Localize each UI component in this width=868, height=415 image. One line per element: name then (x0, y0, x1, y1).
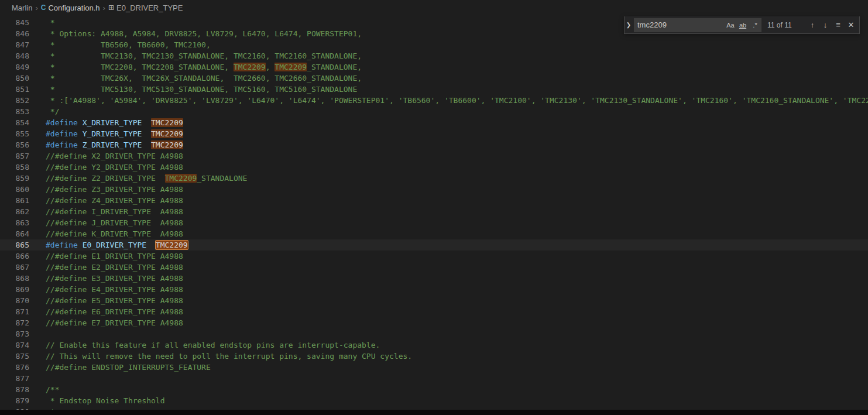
line-number[interactable]: 865 (0, 239, 29, 251)
breadcrumb-item-e0-driver-type[interactable]: E0_DRIVER_TYPE (116, 4, 183, 12)
code-text[interactable]: #define X_DRIVER_TYPE TMC2209 (29, 117, 183, 128)
line-number[interactable]: 845 (0, 17, 29, 28)
line-number[interactable]: 850 (0, 73, 29, 84)
line-number[interactable]: 849 (0, 61, 29, 73)
line-number[interactable]: 848 (0, 50, 29, 61)
close-icon[interactable]: ✕ (845, 19, 857, 32)
code-text[interactable]: * Endstop Noise Threshold (29, 395, 165, 406)
code-line[interactable]: 876//#define ENDSTOP_INTERRUPTS_FEATURE (0, 362, 868, 373)
code-line[interactable]: 865#define E0_DRIVER_TYPE TMC2209 (0, 239, 868, 251)
line-number[interactable]: 852 (0, 95, 29, 106)
code-text[interactable]: //#define E5_DRIVER_TYPE A4988 (29, 295, 183, 306)
code-line[interactable]: 861//#define Z4_DRIVER_TYPE A4988 (0, 195, 868, 206)
breadcrumb-item-configuration-h[interactable]: Configuration.h (48, 4, 100, 12)
code-line[interactable]: 850 * TMC26X, TMC26X_STANDALONE, TMC2660… (0, 73, 868, 84)
code-line[interactable]: 858//#define Y2_DRIVER_TYPE A4988 (0, 162, 868, 173)
code-text[interactable]: * TMC2130, TMC2130_STANDALONE, TMC2160, … (29, 50, 362, 61)
line-number[interactable]: 855 (0, 128, 29, 139)
code-line[interactable]: 859//#define Z2_DRIVER_TYPE TMC2209_STAN… (0, 173, 868, 184)
code-line[interactable]: 866//#define E1_DRIVER_TYPE A4988 (0, 251, 868, 262)
code-line[interactable]: 852 * :['A4988', 'A5984', 'DRV8825', 'LV… (0, 95, 868, 106)
line-number[interactable]: 858 (0, 162, 29, 173)
code-text[interactable]: //#define E4_DRIVER_TYPE A4988 (29, 284, 183, 295)
code-line[interactable]: 860//#define Z3_DRIVER_TYPE A4988 (0, 184, 868, 195)
find-input[interactable]: tmc2209 Aa ab .* (634, 18, 761, 32)
code-line[interactable]: 862//#define I_DRIVER_TYPE A4988 (0, 206, 868, 217)
line-number[interactable]: 859 (0, 173, 29, 184)
code-line[interactable]: 855#define Y_DRIVER_TYPE TMC2209 (0, 128, 868, 139)
code-line[interactable]: 872//#define E7_DRIVER_TYPE A4988 (0, 317, 868, 328)
code-line[interactable]: 874// Enable this feature if all enabled… (0, 339, 868, 351)
code-line[interactable]: 847 * TB6560, TB6600, TMC2100, (0, 39, 868, 50)
line-number[interactable]: 863 (0, 217, 29, 228)
code-line[interactable]: 853 */ (0, 106, 868, 117)
code-line[interactable]: 873 (0, 328, 868, 339)
code-text[interactable]: //#define E3_DRIVER_TYPE A4988 (29, 273, 183, 284)
line-number[interactable]: 869 (0, 284, 29, 295)
code-text[interactable]: //#define E1_DRIVER_TYPE A4988 (29, 251, 183, 262)
line-number[interactable]: 876 (0, 362, 29, 373)
code-text[interactable]: // This will remove the need to poll the… (29, 351, 412, 362)
code-text[interactable]: #define Z_DRIVER_TYPE TMC2209 (29, 139, 183, 150)
code-text[interactable]: /** (29, 384, 59, 395)
line-number[interactable]: 877 (0, 373, 29, 384)
horizontal-scrollbar[interactable] (0, 410, 868, 415)
code-line[interactable]: 857//#define X2_DRIVER_TYPE A4988 (0, 150, 868, 162)
code-line[interactable]: 875// This will remove the need to poll … (0, 351, 868, 362)
code-line[interactable]: 856#define Z_DRIVER_TYPE TMC2209 (0, 139, 868, 150)
line-number[interactable]: 857 (0, 150, 29, 162)
code-line[interactable]: 863//#define J_DRIVER_TYPE A4988 (0, 217, 868, 228)
code-line[interactable]: 849 * TMC2208, TMC2208_STANDALONE, TMC22… (0, 61, 868, 73)
line-number[interactable]: 851 (0, 84, 29, 95)
line-number[interactable]: 874 (0, 339, 29, 351)
code-line[interactable]: 864//#define K_DRIVER_TYPE A4988 (0, 228, 868, 239)
code-line[interactable]: 878/** (0, 384, 868, 395)
code-text[interactable]: //#define J_DRIVER_TYPE A4988 (29, 217, 183, 228)
regex-button[interactable]: .* (749, 19, 761, 31)
line-number[interactable]: 861 (0, 195, 29, 206)
find-in-selection-button[interactable]: ≡ (832, 19, 845, 32)
code-text[interactable]: //#define E2_DRIVER_TYPE A4988 (29, 262, 183, 273)
line-number[interactable]: 860 (0, 184, 29, 195)
line-number[interactable]: 847 (0, 39, 29, 50)
code-text[interactable]: // Enable this feature if all enabled en… (29, 339, 380, 351)
code-line[interactable]: 869//#define E4_DRIVER_TYPE A4988 (0, 284, 868, 295)
line-number[interactable]: 873 (0, 328, 29, 339)
code-text[interactable]: //#define Y2_DRIVER_TYPE A4988 (29, 162, 183, 173)
code-text[interactable]: //#define ENDSTOP_INTERRUPTS_FEATURE (29, 362, 211, 373)
line-number[interactable]: 867 (0, 262, 29, 273)
code-text[interactable]: //#define Z4_DRIVER_TYPE A4988 (29, 195, 183, 206)
line-number[interactable]: 854 (0, 117, 29, 128)
previous-match-button[interactable]: ↑ (806, 19, 819, 32)
code-text[interactable]: * :['A4988', 'A5984', 'DRV8825', 'LV8729… (29, 95, 868, 106)
line-number[interactable]: 862 (0, 206, 29, 217)
line-number[interactable]: 864 (0, 228, 29, 239)
code-text[interactable]: * Options: A4988, A5984, DRV8825, LV8729… (29, 28, 362, 39)
line-number[interactable]: 846 (0, 28, 29, 39)
code-text[interactable]: #define Y_DRIVER_TYPE TMC2209 (29, 128, 183, 139)
code-line[interactable]: 867//#define E2_DRIVER_TYPE A4988 (0, 262, 868, 273)
line-number[interactable]: 871 (0, 306, 29, 317)
code-text[interactable] (29, 328, 46, 339)
code-line[interactable]: 870//#define E5_DRIVER_TYPE A4988 (0, 295, 868, 306)
code-text[interactable]: * (29, 17, 55, 28)
code-text[interactable]: #define E0_DRIVER_TYPE TMC2209 (29, 239, 188, 251)
code-text[interactable]: //#define K_DRIVER_TYPE A4988 (29, 228, 183, 239)
whole-word-button[interactable]: ab (737, 19, 749, 31)
line-number[interactable]: 879 (0, 395, 29, 406)
code-text[interactable]: * TB6560, TB6600, TMC2100, (29, 39, 211, 50)
code-text[interactable]: //#define X2_DRIVER_TYPE A4988 (29, 150, 183, 162)
code-line[interactable]: 854#define X_DRIVER_TYPE TMC2209 (0, 117, 868, 128)
code-text[interactable]: //#define E7_DRIVER_TYPE A4988 (29, 317, 183, 328)
code-text[interactable]: */ (29, 106, 59, 117)
code-line[interactable]: 877 (0, 373, 868, 384)
toggle-replace-button[interactable]: ❯ (625, 16, 633, 33)
code-text[interactable]: //#define E6_DRIVER_TYPE A4988 (29, 306, 183, 317)
line-number[interactable]: 872 (0, 317, 29, 328)
next-match-button[interactable]: ↓ (819, 19, 832, 32)
line-number[interactable]: 853 (0, 106, 29, 117)
line-number[interactable]: 856 (0, 139, 29, 150)
line-number[interactable]: 868 (0, 273, 29, 284)
code-text[interactable]: * TMC2208, TMC2208_STANDALONE, TMC2209, … (29, 61, 362, 73)
code-line[interactable]: 868//#define E3_DRIVER_TYPE A4988 (0, 273, 868, 284)
